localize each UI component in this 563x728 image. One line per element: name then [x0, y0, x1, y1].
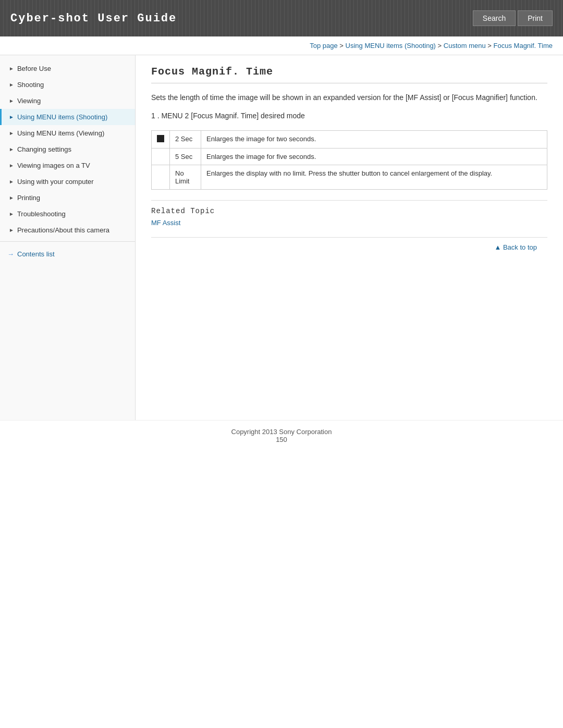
- breadcrumb-link-top[interactable]: Top page: [310, 42, 338, 50]
- header-buttons: Search Print: [473, 10, 553, 26]
- sidebar-item-precautions[interactable]: ► Precautions/About this camera: [0, 222, 135, 238]
- table-cell-icon: [152, 165, 170, 190]
- table-cell-desc: Enlarges the display with no limit. Pres…: [201, 165, 547, 190]
- breadcrumb-link-focus[interactable]: Focus Magnif. Time: [494, 42, 553, 50]
- breadcrumb-separator3: >: [487, 42, 493, 50]
- sidebar-divider: [0, 241, 135, 242]
- page-description: Sets the length of time the image will b…: [151, 92, 547, 103]
- layout: ► Before Use ► Shooting ► Viewing ► Usin…: [0, 55, 563, 420]
- arrow-icon: ►: [9, 211, 14, 217]
- instruction-text: 1 . MENU 2 [Focus Magnif. Time] desired …: [151, 112, 547, 120]
- options-table: 2 Sec Enlarges the image for two seconds…: [151, 130, 547, 190]
- search-button[interactable]: Search: [473, 10, 516, 26]
- sidebar-item-changing-settings[interactable]: ► Changing settings: [0, 141, 135, 157]
- related-topic-title: Related Topic: [151, 207, 547, 215]
- arrow-icon: ►: [9, 114, 14, 120]
- sidebar-item-label: Precautions/About this camera: [17, 226, 109, 234]
- sidebar-item-printing[interactable]: ► Printing: [0, 190, 135, 206]
- table-row: NoLimit Enlarges the display with no lim…: [152, 165, 547, 190]
- copyright-text: Copyright 2013 Sony Corporation: [231, 428, 332, 436]
- breadcrumb: Top page > Using MENU items (Shooting) >…: [0, 36, 563, 55]
- sidebar-item-label: Using MENU items (Viewing): [17, 129, 104, 137]
- mf-assist-link[interactable]: MF Assist: [151, 219, 180, 227]
- sidebar-item-before-use[interactable]: ► Before Use: [0, 60, 135, 77]
- arrow-icon: ►: [9, 146, 14, 152]
- page-title: Focus Magnif. Time: [151, 66, 547, 83]
- arrow-icon: ►: [9, 66, 14, 71]
- breadcrumb-separator: >: [339, 42, 345, 50]
- arrow-icon: ►: [9, 227, 14, 233]
- sidebar-item-using-computer[interactable]: ► Using with your computer: [0, 174, 135, 190]
- arrow-icon: ►: [9, 195, 14, 201]
- sidebar-item-label: Shooting: [17, 81, 44, 89]
- breadcrumb-link-shooting[interactable]: Using MENU items (Shooting): [346, 42, 436, 50]
- sidebar-item-using-menu-viewing[interactable]: ► Using MENU items (Viewing): [0, 125, 135, 141]
- table-cell-icon: [152, 131, 170, 149]
- sidebar: ► Before Use ► Shooting ► Viewing ► Usin…: [0, 55, 136, 420]
- table-cell-desc: Enlarges the image for five seconds.: [201, 149, 547, 165]
- contents-arrow-icon: →: [7, 250, 14, 258]
- sidebar-item-label: Viewing: [17, 97, 41, 105]
- sidebar-item-label: Using with your computer: [17, 178, 94, 186]
- arrow-icon: ►: [9, 163, 14, 168]
- breadcrumb-separator2: >: [438, 42, 444, 50]
- sidebar-item-label: Printing: [17, 194, 40, 202]
- header-title: Cyber-shot User Guide: [10, 12, 177, 25]
- sidebar-item-label: Changing settings: [17, 145, 71, 153]
- arrow-icon: ►: [9, 179, 14, 184]
- sidebar-item-viewing[interactable]: ► Viewing: [0, 93, 135, 109]
- sidebar-item-troubleshooting[interactable]: ► Troubleshooting: [0, 206, 135, 222]
- table-cell-label: 2 Sec: [170, 131, 201, 149]
- table-row: 5 Sec Enlarges the image for five second…: [152, 149, 547, 165]
- table-cell-desc: Enlarges the image for two seconds.: [201, 131, 547, 149]
- table-cell-label: NoLimit: [170, 165, 201, 190]
- arrow-icon: ►: [9, 82, 14, 88]
- page-number: 150: [276, 436, 287, 443]
- sidebar-item-label: Troubleshooting: [17, 210, 66, 218]
- footer: Copyright 2013 Sony Corporation 150: [0, 420, 563, 451]
- sidebar-item-shooting[interactable]: ► Shooting: [0, 77, 135, 93]
- back-to-top-bar: ▲ Back to top: [151, 237, 547, 256]
- contents-list-link[interactable]: → Contents list: [0, 245, 135, 263]
- header: Cyber-shot User Guide Search Print: [0, 0, 563, 36]
- table-cell-icon: [152, 149, 170, 165]
- arrow-icon: ►: [9, 130, 14, 136]
- sidebar-item-label: Viewing images on a TV: [17, 162, 90, 169]
- sidebar-item-label: Before Use: [17, 65, 51, 72]
- main-content: Focus Magnif. Time Sets the length of ti…: [136, 55, 563, 420]
- black-square-icon: [157, 135, 164, 142]
- sidebar-item-viewing-tv[interactable]: ► Viewing images on a TV: [0, 157, 135, 174]
- sidebar-item-using-menu-shooting[interactable]: ► Using MENU items (Shooting): [0, 109, 135, 125]
- back-to-top-link[interactable]: ▲ Back to top: [494, 243, 537, 251]
- table-cell-label: 5 Sec: [170, 149, 201, 165]
- sidebar-item-label: Using MENU items (Shooting): [17, 113, 107, 121]
- table-row: 2 Sec Enlarges the image for two seconds…: [152, 131, 547, 149]
- arrow-icon: ►: [9, 98, 14, 104]
- related-topic: Related Topic MF Assist: [151, 200, 547, 227]
- contents-list-label: Contents list: [17, 250, 55, 258]
- breadcrumb-link-custom[interactable]: Custom menu: [444, 42, 486, 50]
- print-button[interactable]: Print: [518, 10, 553, 26]
